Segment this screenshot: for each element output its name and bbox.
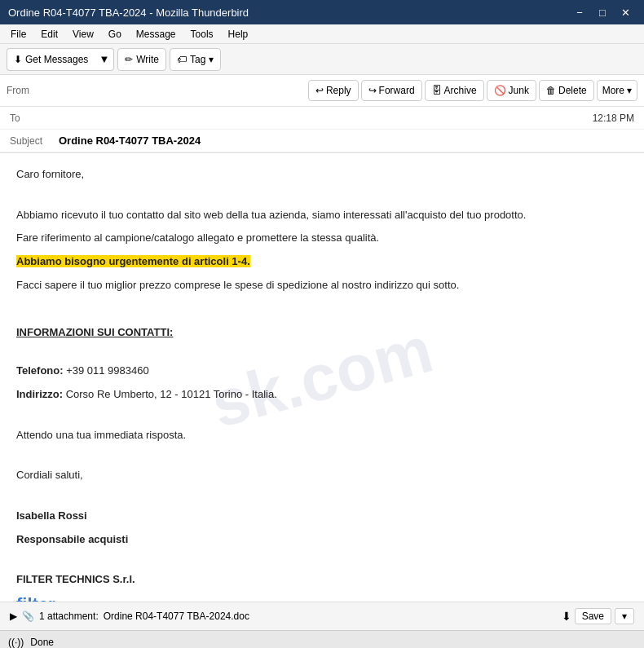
highlighted-text: Abbiamo bisogno urgentemente di articoli… <box>16 255 250 267</box>
statusbar: ((·)) Done <box>0 630 644 648</box>
sender-name: Isabella Rossi <box>16 508 628 525</box>
indirizzo-line: Indirizzo: Corso Re Umberto, 12 - 10121 … <box>16 386 628 403</box>
tag-button[interactable]: 🏷 Tag ▾ <box>170 48 221 71</box>
delete-button[interactable]: 🗑 Delete <box>539 80 594 101</box>
email-greeting: Caro fornitore, <box>16 166 628 183</box>
titlebar-title: Ordine R04-T4077 TBA-2024 - Mozilla Thun… <box>8 7 249 19</box>
menu-message[interactable]: Message <box>130 27 183 42</box>
menu-edit[interactable]: Edit <box>34 27 64 42</box>
menu-help[interactable]: Help <box>222 27 255 42</box>
junk-button[interactable]: 🚫 Junk <box>487 80 536 101</box>
closing2: Cordiali saluti, <box>16 467 628 484</box>
email-body: sk.com Caro fornitore, Abbiamo ricevuto … <box>0 153 644 602</box>
closing1: Attendo una tua immediata risposta. <box>16 427 628 444</box>
indirizzo-label: Indirizzo: <box>16 388 63 400</box>
logo-filter: filter <box>16 594 55 602</box>
email-content: Caro fornitore, Abbiamo ricevuto il tuo … <box>16 166 628 602</box>
tag-icon: 🏷 <box>177 54 187 65</box>
header-from-row: From ↩ Reply ↪ Forward 🗄 Archive 🚫 Junk … <box>0 75 644 107</box>
email-paragraph1: Abbiamo ricevuto il tuo contatto dal sit… <box>16 207 628 224</box>
delete-label: Delete <box>558 85 587 96</box>
email-paragraph2: Fare riferimento al campione/catalogo al… <box>16 230 628 247</box>
menu-tools[interactable]: Tools <box>184 27 220 42</box>
save-dropdown[interactable]: ▾ <box>615 608 634 624</box>
header-to-row: To 12:18 PM <box>0 107 644 130</box>
telefono-line: Telefono: +39 011 9983460 <box>16 363 628 380</box>
menu-file[interactable]: File <box>4 27 33 42</box>
tag-dropdown-icon: ▾ <box>209 54 214 65</box>
tag-label: Tag <box>190 54 205 65</box>
attachment-actions: ⬇ Save ▾ <box>562 608 634 624</box>
write-label: Write <box>136 54 159 65</box>
menu-view[interactable]: View <box>66 27 100 42</box>
archive-button[interactable]: 🗄 Archive <box>425 80 484 101</box>
email-highlighted: Abbiamo bisogno urgentemente di articoli… <box>16 253 628 271</box>
get-messages-button[interactable]: ⬇ Get Messages <box>7 48 95 71</box>
attachment-expand-icon[interactable]: ▶ <box>10 611 17 622</box>
reply-icon: ↩ <box>315 85 324 96</box>
status-text: Done <box>30 637 54 648</box>
forward-icon: ↪ <box>368 85 377 96</box>
menubar: File Edit View Go Message Tools Help <box>0 24 644 44</box>
sender-title: Responsabile acquisti <box>16 531 628 549</box>
company-name: FILTER TECHNICS S.r.l. <box>16 571 628 588</box>
archive-icon: 🗄 <box>432 85 442 96</box>
to-label: To <box>10 112 59 124</box>
more-dropdown-icon: ▾ <box>627 85 632 96</box>
archive-label: Archive <box>444 85 477 96</box>
get-messages-dropdown[interactable]: ▼ <box>95 48 114 71</box>
subject-value: Ordine R04-T4077 TBA-2024 <box>59 134 634 147</box>
email-header: From ↩ Reply ↪ Forward 🗄 Archive 🚫 Junk … <box>0 75 644 153</box>
subject-label: Subject <box>10 135 59 147</box>
radio-icon: ((·)) <box>8 637 24 648</box>
forward-button[interactable]: ↪ Forward <box>361 80 422 101</box>
titlebar-controls: − □ ✕ <box>569 3 636 21</box>
junk-icon: 🚫 <box>494 85 506 96</box>
maximize-button[interactable]: □ <box>592 3 613 21</box>
titlebar: Ordine R04-T4077 TBA-2024 - Mozilla Thun… <box>0 0 644 24</box>
telefono-label: Telefono: <box>16 364 64 377</box>
indirizzo-value: Corso Re Umberto, 12 - 10121 Torino - It… <box>66 388 277 400</box>
junk-label: Junk <box>509 85 529 96</box>
get-messages-group: ⬇ Get Messages ▼ <box>7 48 114 71</box>
telefono-value: +39 011 9983460 <box>66 364 149 377</box>
delete-icon: 🗑 <box>546 85 556 96</box>
forward-label: Forward <box>379 85 415 96</box>
reply-button[interactable]: ↩ Reply <box>308 80 359 101</box>
attachment-clip-icon: 📎 <box>22 611 34 622</box>
attachment-filename: Ordine R04-T4077 TBA-2024.doc <box>104 611 249 622</box>
attachment-info: ▶ 📎 1 attachment: Ordine R04-T4077 TBA-2… <box>10 611 249 622</box>
more-label: More <box>602 85 624 96</box>
reply-label: Reply <box>326 85 351 96</box>
attachment-bar: ▶ 📎 1 attachment: Ordine R04-T4077 TBA-2… <box>0 602 644 630</box>
save-button[interactable]: Save <box>575 608 611 624</box>
action-buttons: ↩ Reply ↪ Forward 🗄 Archive 🚫 Junk 🗑 Del… <box>308 80 637 101</box>
minimize-button[interactable]: − <box>569 3 590 21</box>
from-label: From <box>7 85 55 96</box>
header-subject-row: Subject Ordine R04-T4077 TBA-2024 <box>0 130 644 152</box>
attachment-count: 1 attachment: <box>39 611 99 622</box>
email-paragraph3: Facci sapere il tuo miglior prezzo compr… <box>16 277 628 294</box>
timestamp: 12:18 PM <box>593 112 634 124</box>
get-messages-label: Get Messages <box>25 54 88 65</box>
section-title: INFORMAZIONI SUI CONTATTI: <box>16 324 628 342</box>
toolbar: ⬇ Get Messages ▼ ✏ Write 🏷 Tag ▾ <box>0 44 644 75</box>
write-button[interactable]: ✏ Write <box>117 48 166 71</box>
write-icon: ✏ <box>125 54 133 65</box>
menu-go[interactable]: Go <box>102 27 128 42</box>
more-button[interactable]: More ▾ <box>597 80 637 101</box>
download-icon: ⬇ <box>562 610 571 623</box>
close-button[interactable]: ✕ <box>615 3 636 21</box>
logo-area: filter technics Cartridges & Bags <box>16 595 628 602</box>
logo-text: filter technics <box>16 595 628 602</box>
get-messages-icon: ⬇ <box>14 54 22 65</box>
